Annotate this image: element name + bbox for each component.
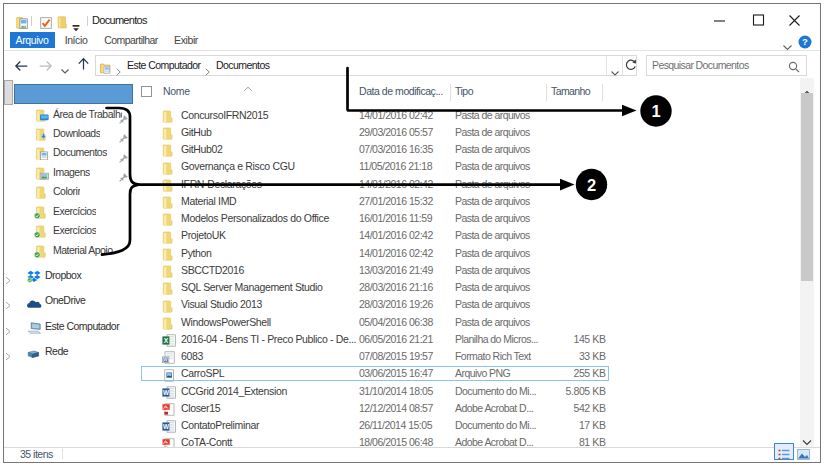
svg-text:2: 2 <box>587 176 596 194</box>
svg-text:1: 1 <box>651 102 660 120</box>
